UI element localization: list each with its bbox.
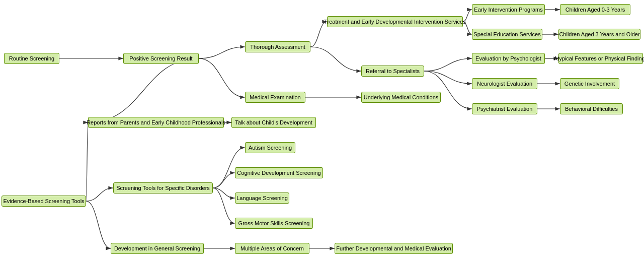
thorough-assessment: Thorough Assessment bbox=[245, 41, 310, 52]
neurologist-evaluation: Neurologist Evaluation bbox=[472, 78, 537, 89]
children-0-3: Children Aged 0-3 Years bbox=[560, 4, 630, 15]
genetic-involvement: Genetic Involvement bbox=[560, 78, 619, 89]
screening-tools-specific: Screening Tools for Specific Disorders bbox=[113, 182, 213, 194]
routine-screening: Routine Screening bbox=[4, 53, 59, 64]
connections-svg bbox=[0, 0, 644, 257]
evaluation-psychologist: Evaluation by Psychologist bbox=[472, 53, 545, 64]
multiple-areas: Multiple Areas of Concern bbox=[235, 243, 309, 254]
reports-parents: Reports from Parents and Early Childhood… bbox=[88, 117, 224, 128]
atypical-features: Atypical Features or Physical Findings bbox=[558, 53, 643, 64]
medical-examination: Medical Examination bbox=[245, 92, 305, 103]
treatment-early: Treatment and Early Developmental Interv… bbox=[327, 16, 463, 27]
cognitive-development: Cognitive Development Screening bbox=[235, 167, 323, 178]
underlying-medical: Underlying Medical Conditions bbox=[361, 92, 441, 103]
early-intervention-programs: Early Intervention Programs bbox=[472, 4, 545, 15]
psychiatrist-evaluation: Psychiatrist Evaluation bbox=[472, 103, 537, 114]
gross-motor: Gross Motor Skills Screening bbox=[235, 218, 313, 229]
referral-specialists: Referral to Specialists bbox=[361, 66, 424, 77]
evidence-based: Evidence-Based Screening Tools bbox=[2, 196, 86, 207]
special-education: Special Education Services bbox=[472, 29, 542, 40]
language-screening: Language Screening bbox=[235, 192, 289, 204]
talk-child-development: Talk about Child's Development bbox=[231, 117, 316, 128]
positive-screening-result: Positive Screening Result bbox=[123, 53, 199, 64]
children-3-older: Children Aged 3 Years and Older bbox=[558, 29, 640, 40]
diagram-container: Routine ScreeningPositive Screening Resu… bbox=[0, 0, 644, 257]
development-general: Development in General Screening bbox=[111, 243, 204, 254]
further-developmental: Further Developmental and Medical Evalua… bbox=[335, 243, 453, 254]
autism-screening: Autism Screening bbox=[245, 142, 295, 153]
behavioral-difficulties: Behavioral Difficulties bbox=[560, 103, 623, 114]
